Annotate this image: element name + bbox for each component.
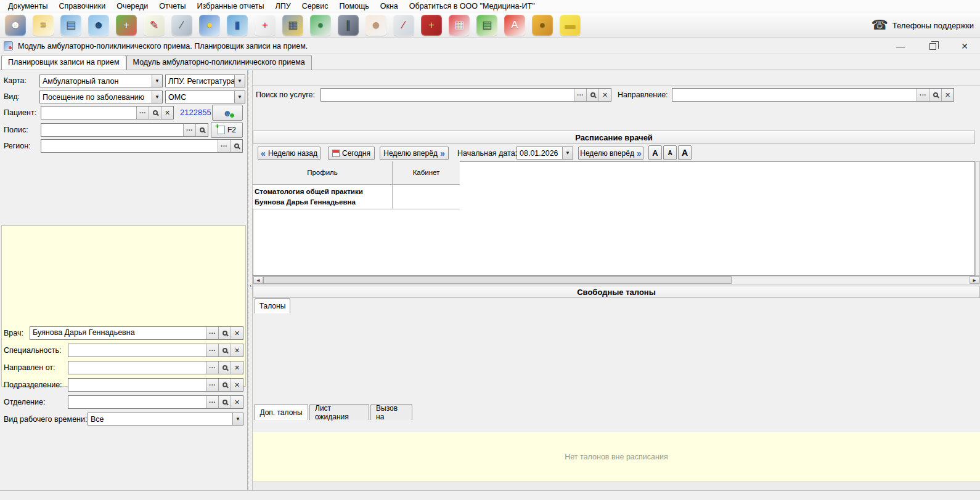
region-input[interactable] bbox=[41, 140, 218, 152]
tab-talony[interactable]: Талоны bbox=[255, 298, 290, 313]
doctor-field[interactable]: Буянова Дарья Геннадьевна···✕ bbox=[30, 326, 243, 340]
worktime-select[interactable]: Все▼ bbox=[88, 413, 243, 425]
tab-scheduler[interactable]: Планировщик записи на прием bbox=[1, 55, 126, 70]
chevron-down-icon[interactable]: ▼ bbox=[562, 147, 573, 159]
pills-icon[interactable]: ● bbox=[310, 15, 331, 36]
clear-button[interactable]: ✕ bbox=[161, 107, 173, 119]
week-forward-button-2[interactable]: Неделю вперёд » bbox=[578, 147, 643, 160]
ellipsis-button[interactable]: ··· bbox=[218, 140, 230, 152]
chat-icon[interactable]: ▬ bbox=[560, 15, 581, 36]
menu-item-2[interactable]: Очереди bbox=[111, 1, 153, 12]
clear-button[interactable]: ✕ bbox=[231, 361, 243, 374]
card-index-icon[interactable]: ▤ bbox=[60, 15, 81, 36]
exit-icon[interactable]: A bbox=[504, 15, 525, 36]
search-button[interactable] bbox=[218, 327, 231, 339]
lab-tests-icon[interactable]: + bbox=[116, 15, 137, 36]
protected-doc-icon[interactable]: ▤ bbox=[476, 15, 497, 36]
font-increase-button[interactable]: A bbox=[648, 145, 662, 160]
visit-type-select[interactable]: Посещение по заболеванию▼ bbox=[39, 91, 163, 103]
notepad-icon[interactable]: ✎ bbox=[144, 15, 165, 36]
cabinet-cell[interactable] bbox=[392, 185, 460, 209]
medicine-bottles-icon[interactable]: ▮ bbox=[227, 15, 248, 36]
search-button[interactable] bbox=[218, 344, 231, 357]
ellipsis-button[interactable]: ··· bbox=[206, 361, 218, 374]
payment-type-select[interactable]: ОМС▼ bbox=[165, 91, 245, 103]
chevron-down-icon[interactable]: ▼ bbox=[232, 413, 243, 425]
week-forward-button[interactable]: Неделю вперёд » bbox=[380, 147, 449, 160]
ellipsis-button[interactable]: ··· bbox=[206, 396, 218, 408]
chevron-down-icon[interactable]: ▼ bbox=[152, 75, 162, 87]
clear-button[interactable]: ✕ bbox=[231, 327, 243, 339]
patient-input[interactable] bbox=[41, 107, 136, 119]
ellipsis-button[interactable]: ··· bbox=[206, 327, 218, 339]
menu-item-0[interactable]: Документы bbox=[2, 1, 53, 12]
chevron-down-icon[interactable]: ▼ bbox=[234, 75, 245, 87]
menu-item-4[interactable]: Избранные отчеты bbox=[191, 1, 269, 12]
search-button[interactable] bbox=[929, 89, 941, 101]
start-date-select[interactable]: 08.01.2026▼ bbox=[517, 147, 573, 159]
specialty-field[interactable]: ···✕ bbox=[68, 344, 243, 357]
scrollbar-thumb[interactable] bbox=[263, 276, 732, 284]
patient-check-button[interactable]: ☻ bbox=[212, 105, 243, 121]
search-button[interactable] bbox=[149, 107, 161, 119]
red-book-icon[interactable]: + bbox=[421, 15, 442, 36]
referred-from-input[interactable] bbox=[68, 361, 206, 374]
policy-input[interactable] bbox=[41, 124, 183, 136]
clear-button[interactable]: ✕ bbox=[941, 89, 953, 101]
pharmacy-basket-icon[interactable]: ▦ bbox=[282, 15, 303, 36]
region-field[interactable]: ··· bbox=[41, 139, 243, 153]
menu-item-5[interactable]: ЛПУ bbox=[270, 1, 296, 12]
new-policy-f2-button[interactable]: F2 bbox=[211, 122, 243, 138]
menu-item-6[interactable]: Сервис bbox=[296, 1, 334, 12]
menu-item-3[interactable]: Отчеты bbox=[153, 1, 191, 12]
clear-button[interactable]: ✕ bbox=[231, 344, 243, 357]
bottom-scroll-strip[interactable] bbox=[253, 482, 980, 490]
restore-button[interactable] bbox=[923, 39, 942, 53]
week-back-button[interactable]: « Неделю назад bbox=[258, 147, 321, 160]
menu-item-8[interactable]: Окна bbox=[375, 1, 404, 12]
policy-field[interactable]: ··· bbox=[41, 123, 208, 137]
scroll-left-icon[interactable]: ◄ bbox=[253, 276, 263, 284]
operator-icon[interactable]: ☻ bbox=[5, 15, 26, 36]
menu-item-1[interactable]: Справочники bbox=[53, 1, 111, 12]
scroll-right-icon[interactable]: ► bbox=[970, 276, 979, 284]
specialty-input[interactable] bbox=[68, 344, 206, 357]
doctor-input[interactable]: Буянова Дарья Геннадьевна bbox=[30, 327, 206, 339]
department-input[interactable] bbox=[68, 396, 206, 408]
ellipsis-button[interactable]: ··· bbox=[917, 89, 929, 101]
registry-select[interactable]: ЛПУ. Регистратура▼ bbox=[165, 75, 245, 87]
chevron-down-icon[interactable]: ▼ bbox=[234, 91, 245, 103]
direction-input[interactable] bbox=[672, 89, 917, 101]
schedule-clock-icon[interactable]: ● bbox=[199, 15, 220, 36]
splitter-handle[interactable]: ‹ bbox=[248, 273, 253, 298]
font-decrease-button[interactable]: A bbox=[663, 145, 677, 160]
service-search-input[interactable] bbox=[321, 89, 574, 101]
search-button[interactable] bbox=[195, 124, 208, 136]
calendar-clock-icon[interactable]: ▦ bbox=[449, 15, 470, 36]
clear-button[interactable]: ✕ bbox=[231, 396, 243, 408]
today-button[interactable]: Сегодня bbox=[328, 147, 375, 160]
nurse-icon[interactable]: ☻ bbox=[365, 15, 386, 36]
division-field[interactable]: ···✕ bbox=[68, 378, 243, 392]
patient-cards-icon[interactable]: ☻ bbox=[88, 15, 109, 36]
referred-from-field[interactable]: ···✕ bbox=[68, 361, 243, 374]
support-phones[interactable]: ☎ Телефоны поддержки bbox=[871, 17, 974, 33]
med-reference-icon[interactable]: + bbox=[255, 15, 276, 36]
barcode-scanner-icon[interactable]: ∥ bbox=[338, 15, 359, 36]
clear-button[interactable]: ✕ bbox=[231, 379, 243, 391]
thermometer-icon[interactable]: ∕ bbox=[393, 15, 414, 36]
search-button[interactable] bbox=[218, 396, 231, 408]
clear-button[interactable]: ✕ bbox=[598, 89, 611, 101]
schedule-horizontal-scrollbar[interactable]: ◄ ► bbox=[253, 276, 980, 284]
search-button[interactable] bbox=[230, 140, 242, 152]
chevron-down-icon[interactable]: ▼ bbox=[152, 91, 162, 103]
tab-home-call[interactable]: Вызов на bbox=[370, 404, 412, 420]
minimize-button[interactable]: — bbox=[891, 39, 910, 53]
division-input[interactable] bbox=[68, 379, 206, 391]
appointment-list-icon[interactable]: ≡ bbox=[33, 15, 54, 36]
ellipsis-button[interactable]: ··· bbox=[574, 89, 586, 101]
menu-item-9[interactable]: Обратиться в ООО "Медицина-ИТ" bbox=[404, 1, 541, 12]
patient-field[interactable]: ···✕ bbox=[41, 106, 174, 119]
tab-extra-slots[interactable]: Доп. талоны bbox=[254, 404, 308, 420]
card-type-select[interactable]: Амбулаторный талон▼ bbox=[39, 75, 163, 87]
